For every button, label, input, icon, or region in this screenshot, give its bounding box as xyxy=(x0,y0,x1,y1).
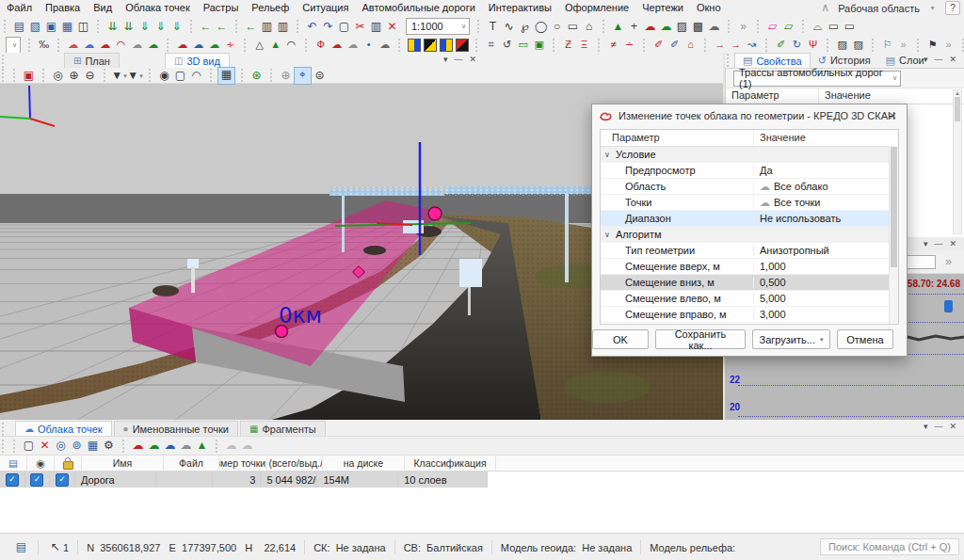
pane-minimize-icon[interactable]: — xyxy=(934,239,942,248)
lock-checkbox[interactable]: ✓ xyxy=(56,473,69,487)
cloud-colorize-icon[interactable]: ☁ xyxy=(130,438,146,454)
table-clouds-icon[interactable]: ▦ xyxy=(85,438,101,454)
pen-red-icon[interactable]: ✐ xyxy=(651,38,667,52)
dialog-row-область[interactable]: Область☁Все облако xyxy=(601,179,898,195)
search-clouds-icon[interactable]: ⊚ xyxy=(69,438,85,454)
dialog-row-предпросмотр[interactable]: ПредпросмотрДа xyxy=(601,163,898,179)
drag-handle[interactable] xyxy=(297,20,301,33)
surface-tool-icon[interactable]: ▲ xyxy=(610,19,626,35)
parameter-value[interactable]: ☁Все точки xyxy=(753,197,898,209)
parameter-value[interactable]: 0,500 xyxy=(753,277,898,288)
window-profile-icon[interactable]: ▭ xyxy=(842,19,858,35)
cloud-outline-red-icon[interactable]: ☁ xyxy=(97,38,113,52)
checkbox-cell[interactable]: ✓ xyxy=(25,472,51,488)
checkbox-cell[interactable]: ✓ xyxy=(0,472,25,488)
raster-grid-icon[interactable]: ▩ xyxy=(690,19,706,35)
line-z-red-icon[interactable]: Ƶ xyxy=(560,38,576,52)
drag-handle[interactable] xyxy=(210,69,215,82)
point-settings-icon[interactable]: ‰ xyxy=(36,38,52,52)
filter-selection-icon[interactable]: ▼▾ xyxy=(127,68,143,84)
preview-cloud-icon[interactable]: ◎ xyxy=(53,438,69,454)
dialog-titlebar[interactable]: Изменение точек облака по геометрии - КР… xyxy=(592,104,907,127)
parameter-value[interactable]: Да xyxy=(753,165,898,176)
curve-blue-icon[interactable]: ↻ xyxy=(789,38,805,52)
cell-green-icon[interactable]: ▣ xyxy=(531,38,547,52)
cloud-phi-icon[interactable]: Ф xyxy=(313,38,329,52)
comment-tool-icon[interactable]: ⌓ xyxy=(810,19,826,35)
object-class-select[interactable]: Трассы автомобильных дорог (1) ∨ xyxy=(733,71,901,87)
zoom-window-icon[interactable]: ◎ xyxy=(50,68,66,84)
dash-dot-red-icon[interactable]: ∸ xyxy=(621,38,637,52)
coordinate-system[interactable]: СК: Не задана xyxy=(313,542,386,553)
cloud-rain-icon[interactable]: ☁ xyxy=(642,19,658,35)
add-point-icon[interactable]: + xyxy=(626,19,642,35)
menu-облака-точек[interactable]: Облака точек xyxy=(119,0,197,16)
drag-handle[interactable] xyxy=(244,39,249,52)
collapse-ribbon-icon[interactable]: ∧ xyxy=(817,0,833,16)
classification-flag-3-icon[interactable] xyxy=(438,38,454,52)
cut-icon[interactable]: ✂ xyxy=(352,19,368,35)
drag-handle[interactable] xyxy=(475,39,480,52)
export-dxf-icon[interactable]: ⇓ xyxy=(153,19,169,35)
drag-handle[interactable] xyxy=(704,39,709,52)
house-red-icon[interactable]: ⌂ xyxy=(683,38,699,52)
raster-b-icon[interactable]: ▨ xyxy=(850,38,866,52)
geoid-model[interactable]: Модель геоида: Не задана xyxy=(501,542,632,553)
camera-view-icon[interactable]: ▦ xyxy=(217,67,235,85)
drag-handle[interactable] xyxy=(149,69,153,82)
ok-button[interactable]: OK xyxy=(592,329,649,349)
psi-red-icon[interactable]: Ψ xyxy=(805,38,821,52)
cloud-dark-icon[interactable]: ☁ xyxy=(377,38,393,52)
tab-fragments[interactable]: ▦Фрагменты xyxy=(240,421,326,436)
drag-handle[interactable] xyxy=(598,39,602,52)
copy-fragment-icon[interactable]: ▥ xyxy=(259,19,275,35)
raster-a-icon[interactable]: ▨ xyxy=(834,38,850,52)
column-header[interactable]: ек (всего/выд./уд xyxy=(267,456,323,471)
curve-tool-icon[interactable]: ∿ xyxy=(501,19,517,35)
tab-named-points[interactable]: ●Именованные точки xyxy=(114,421,238,436)
cloud-fill-blue-icon[interactable]: ☁ xyxy=(81,38,97,52)
parameter-value[interactable]: 3,000 xyxy=(753,309,898,320)
polygon-tool-icon[interactable]: ⌂ xyxy=(581,19,597,35)
classification-flag-2-icon[interactable] xyxy=(422,38,438,52)
dialog-scrollbar[interactable] xyxy=(889,146,898,324)
help-button[interactable]: ? xyxy=(945,1,960,15)
drag-handle[interactable] xyxy=(270,69,275,82)
import-xml-icon[interactable]: ← xyxy=(198,19,214,35)
arrow-right-2-icon[interactable]: → xyxy=(728,38,744,52)
collapse-chevron-icon[interactable]: ∨ xyxy=(601,151,614,159)
paste-fragment-icon[interactable]: ▥ xyxy=(275,19,291,35)
drag-handle[interactable] xyxy=(13,440,18,453)
lamp-add-icon[interactable]: ⚑ xyxy=(924,38,940,52)
peak-outline-icon[interactable]: △ xyxy=(251,38,267,52)
drag-handle[interactable] xyxy=(4,20,8,33)
menu-окно[interactable]: Окно xyxy=(690,0,728,16)
point-label-icon[interactable]: ⚐ xyxy=(879,38,895,52)
delete-cloud-icon[interactable]: ✕ xyxy=(37,438,53,454)
axes-view-icon[interactable]: ⌖ xyxy=(294,67,312,85)
pane-menu-icon[interactable]: ▾ xyxy=(443,55,448,64)
tab-history[interactable]: ↺История xyxy=(811,54,878,68)
zoom-search-icon[interactable]: ◉ xyxy=(156,68,172,84)
drag-handle[interactable] xyxy=(42,69,47,82)
pane-close-icon[interactable]: ✕ xyxy=(949,422,956,431)
checkbox-cell[interactable]: ✓ xyxy=(50,472,75,488)
window-layout-icon[interactable]: ◫ xyxy=(75,19,91,35)
parameter-value[interactable]: Анизотропный xyxy=(753,245,898,256)
drag-handle[interactable] xyxy=(104,69,108,82)
classification-flag-1-icon[interactable] xyxy=(406,38,422,52)
profile-pink-icon[interactable]: ▱ xyxy=(764,19,780,35)
drag-handle[interactable] xyxy=(241,69,246,82)
rect-tool-icon[interactable]: ▭ xyxy=(565,19,581,35)
vertical-system[interactable]: СВ: Балтийская xyxy=(404,542,483,553)
drag-handle[interactable] xyxy=(757,20,762,33)
cloud-classify-icon[interactable]: ☁ xyxy=(146,438,162,454)
overflow-more-icon[interactable]: » xyxy=(940,254,956,270)
drag-handle[interactable] xyxy=(2,55,7,68)
pane-close-icon[interactable]: ✕ xyxy=(949,55,956,64)
command-search-input[interactable]: Поиск: Команда (Ctrl + Q) xyxy=(820,538,959,555)
import-dxf-icon[interactable]: ← xyxy=(214,19,230,35)
drag-handle[interactable] xyxy=(122,440,127,453)
cloud-green-icon[interactable]: ☁ xyxy=(145,38,161,52)
arrow-wave-icon[interactable]: ↝ xyxy=(744,38,760,52)
